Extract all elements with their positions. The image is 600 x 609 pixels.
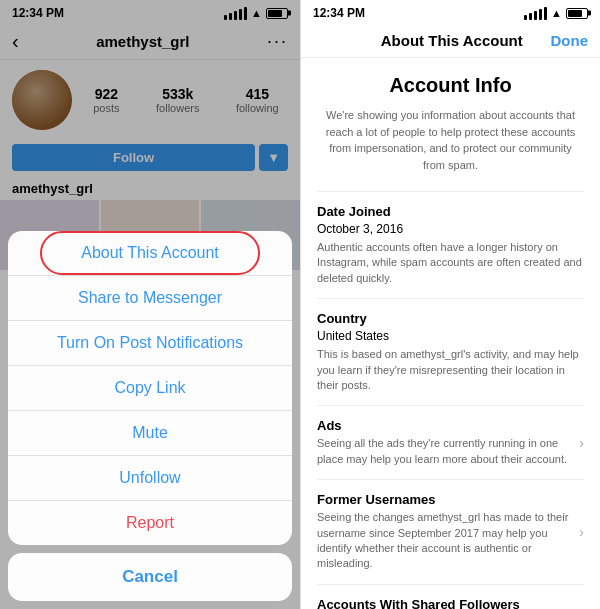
date-joined-desc: Authentic accounts often have a longer h… [317,240,584,286]
former-usernames-desc: Seeing the changes amethyst_grl has made… [317,510,571,572]
right-header: About This Account Done [301,24,600,58]
right-panel: 12:34 PM ▲ About This Account Done Accou… [300,0,600,609]
right-wifi-icon: ▲ [551,7,562,19]
shared-followers-title: Accounts With Shared Followers [317,597,571,609]
ads-title: Ads [317,418,571,433]
right-status-bar: 12:34 PM ▲ [301,0,600,24]
date-joined-value: October 3, 2016 [317,222,584,236]
right-time: 12:34 PM [313,6,365,20]
former-usernames-chevron-icon: › [579,524,584,540]
right-battery-icon [566,8,588,19]
share-to-messenger-item[interactable]: Share to Messenger [8,276,292,321]
ads-desc: Seeing all the ads they're currently run… [317,436,571,467]
report-item[interactable]: Report [8,501,292,545]
country-value: United States [317,329,584,343]
account-info-title: Account Info [317,74,584,97]
cancel-group: Cancel [8,553,292,601]
action-sheet: About This Account Share to Messenger Tu… [8,231,292,601]
date-joined-section: Date Joined October 3, 2016 Authentic ac… [317,191,584,298]
right-status-icons: ▲ [524,7,588,20]
action-group-main: About This Account Share to Messenger Tu… [8,231,292,545]
mute-item[interactable]: Mute [8,411,292,456]
cancel-button[interactable]: Cancel [8,553,292,601]
right-signal-icon [524,7,547,20]
left-panel: 12:34 PM ▲ ‹ amethyst_grl ··· 922 [0,0,300,609]
account-info-description: We're showing you information about acco… [317,107,584,173]
about-this-account-item[interactable]: About This Account [8,231,292,276]
country-section: Country United States This is based on a… [317,298,584,405]
shared-followers-section[interactable]: Accounts With Shared Followers Seeing th… [317,584,584,609]
turn-on-notifications-item[interactable]: Turn On Post Notifications [8,321,292,366]
action-sheet-overlay: About This Account Share to Messenger Tu… [0,0,300,609]
ads-chevron-icon: › [579,435,584,451]
copy-link-item[interactable]: Copy Link [8,366,292,411]
right-content: Account Info We're showing you informati… [301,58,600,609]
former-usernames-title: Former Usernames [317,492,571,507]
ads-section[interactable]: Ads Seeing all the ads they're currently… [317,405,584,479]
country-title: Country [317,311,584,326]
unfollow-item[interactable]: Unfollow [8,456,292,501]
right-header-title: About This Account [381,32,523,49]
date-joined-title: Date Joined [317,204,584,219]
country-desc: This is based on amethyst_grl's activity… [317,347,584,393]
done-button[interactable]: Done [551,32,589,49]
former-usernames-section[interactable]: Former Usernames Seeing the changes amet… [317,479,584,584]
